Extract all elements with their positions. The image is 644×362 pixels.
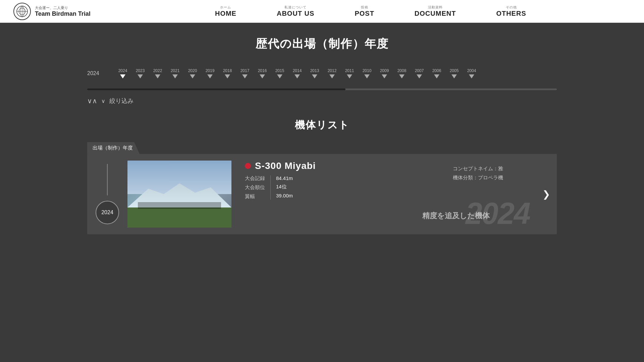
year-triangle-icon (155, 74, 160, 78)
year-triangle-icon (207, 74, 213, 78)
timeline-row: 2024 20242023202220212020201920182017201… (87, 68, 557, 78)
photo-ground (127, 207, 231, 228)
nav-others[interactable]: その他 OTHERS (476, 5, 546, 17)
timeline-year-number: 2020 (188, 68, 197, 73)
year-triangle-icon (469, 74, 474, 78)
year-triangle-icon (225, 74, 230, 78)
year-triangle-icon (312, 74, 317, 78)
year-triangle-icon (138, 74, 143, 78)
timeline-section: 2024 20242023202220212020201920182017201… (0, 68, 644, 78)
sort-icon[interactable]: ∨∧ (87, 97, 97, 105)
aircraft-name-row: S-300 Miyabi (245, 161, 550, 171)
timeline-year-item[interactable]: 2012 (323, 68, 341, 78)
timeline-year-item[interactable]: 2014 (288, 68, 306, 78)
timeline-year-item[interactable]: 2024 (114, 68, 131, 78)
timeline-year-item[interactable]: 2021 (166, 68, 184, 78)
timeline-year-item[interactable]: 2010 (358, 68, 376, 78)
timeline-year-number: 2024 (118, 68, 127, 73)
filter-section: ∨∧ ∨ 絞り込み (0, 97, 644, 105)
nav-others-sub: その他 (506, 5, 517, 10)
logo-area: 大会運ー、二人乗り Team Birdman Trial (13, 3, 91, 20)
nav-document-sub: 活動資料 (428, 5, 443, 10)
wingspan-value: 39.00m (276, 193, 293, 198)
section-title: 機体リスト (0, 118, 644, 132)
timeline-year-item[interactable]: 2004 (463, 68, 480, 78)
year-triangle-icon (294, 74, 300, 78)
nav-post-label: POST (355, 10, 374, 17)
timeline-year-number: 2013 (310, 68, 319, 73)
wingspan-label: 翼幅 (245, 193, 265, 200)
timeline-year-number: 2006 (432, 68, 441, 73)
timeline-year-item[interactable]: 2016 (254, 68, 271, 78)
nav-document-label: DOCUMENT (415, 10, 456, 17)
concept-label: コンセプトネイム：雅 (453, 164, 503, 173)
logo-subtitle: 大会運ー、二人乗り (35, 5, 91, 10)
logo-text: 大会運ー、二人乗り Team Birdman Trial (35, 5, 91, 17)
timeline-year-number: 2014 (293, 68, 302, 73)
card-year-line (107, 164, 108, 195)
timeline-year-number: 2011 (345, 68, 354, 73)
progress-bar-container[interactable] (0, 88, 644, 90)
timeline-year-item[interactable]: 2020 (184, 68, 201, 78)
timeline-year-number: 2022 (153, 68, 162, 73)
next-arrow[interactable]: ❯ (542, 189, 550, 200)
timeline-year-item[interactable]: 2013 (306, 68, 323, 78)
year-triangle-icon (329, 74, 335, 78)
timeline-year-item[interactable]: 2011 (341, 68, 358, 78)
main-nav: ホーム HOME 私達について ABOUT US 投稿 POST 活動資料 DO… (111, 5, 631, 17)
rank-label: 大会順位 (245, 184, 265, 191)
page-title: 歴代の出場（制作）年度 (0, 36, 644, 52)
nav-document[interactable]: 活動資料 DOCUMENT (394, 5, 476, 17)
timeline-year-item[interactable]: 2006 (428, 68, 445, 78)
timeline-year-item[interactable]: 2009 (376, 68, 393, 78)
timeline-year-number: 2018 (223, 68, 232, 73)
nav-about-sub: 私達について (284, 5, 307, 10)
timeline-year-item[interactable]: 2019 (201, 68, 219, 78)
card-header-badge: 出場（制作）年度 (87, 142, 140, 154)
nav-home-label: HOME (215, 10, 236, 17)
nav-home-sub: ホーム (220, 5, 231, 10)
timeline-year-item[interactable]: 2017 (236, 68, 254, 78)
nav-about[interactable]: 私達について ABOUT US (257, 5, 334, 17)
timeline-year-item[interactable]: 2015 (271, 68, 288, 78)
stats-labels: 大会記録 大会順位 翼幅 (245, 175, 265, 200)
timeline-year-number: 2004 (467, 68, 476, 73)
aircraft-card: 2024 S-300 Miyabi (87, 154, 557, 234)
aircraft-name: S-300 Miyabi (255, 161, 316, 171)
logo-icon (13, 3, 31, 20)
card-info: S-300 Miyabi 大会記録 大会順位 翼幅 84.41m 14位 39.… (238, 154, 557, 234)
timeline-year-number: 2021 (171, 68, 180, 73)
year-triangle-icon (172, 74, 178, 78)
timeline-year-item[interactable]: 2018 (219, 68, 236, 78)
progress-bar-track[interactable] (87, 88, 557, 90)
header: 大会運ー、二人乗り Team Birdman Trial ホーム HOME 私達… (0, 0, 644, 23)
timeline-year-number: 2010 (363, 68, 372, 73)
progress-bar-fill (87, 88, 345, 90)
logo-title: Team Birdman Trial (35, 10, 91, 17)
timeline-year-number: 2023 (136, 68, 145, 73)
timeline-year-number: 2017 (240, 68, 250, 73)
nav-about-label: ABOUT US (277, 10, 314, 17)
card-year-column: 2024 (87, 154, 127, 234)
card-photo-image (127, 161, 231, 228)
stats-separator (270, 175, 271, 200)
timeline-year-item[interactable]: 2005 (445, 68, 463, 78)
timeline-years: 2024202320222021202020192018201720162015… (114, 68, 557, 78)
record-value: 84.41m (276, 175, 293, 181)
type-label: 機体分類：プロペラ機 (453, 173, 503, 182)
timeline-year-item[interactable]: 2023 (131, 68, 149, 78)
card-year-circle: 2024 (96, 201, 119, 224)
nav-post[interactable]: 投稿 POST (334, 5, 394, 17)
current-year-label: 2024 (87, 70, 114, 76)
concept-area: コンセプトネイム：雅 機体分類：プロペラ機 (453, 164, 503, 182)
filter-chevron-icon[interactable]: ∨ (101, 98, 105, 104)
timeline-year-number: 2008 (397, 68, 407, 73)
card-header: 出場（制作）年度 (87, 142, 557, 154)
timeline-year-item[interactable]: 2007 (411, 68, 428, 78)
timeline-year-item[interactable]: 2008 (393, 68, 411, 78)
year-triangle-icon (417, 74, 422, 78)
timeline-year-item[interactable]: 2022 (149, 68, 166, 78)
timeline-year-number: 2005 (450, 68, 459, 73)
nav-home[interactable]: ホーム HOME (195, 5, 257, 17)
stats-table: 大会記録 大会順位 翼幅 84.41m 14位 39.00m (245, 175, 550, 200)
